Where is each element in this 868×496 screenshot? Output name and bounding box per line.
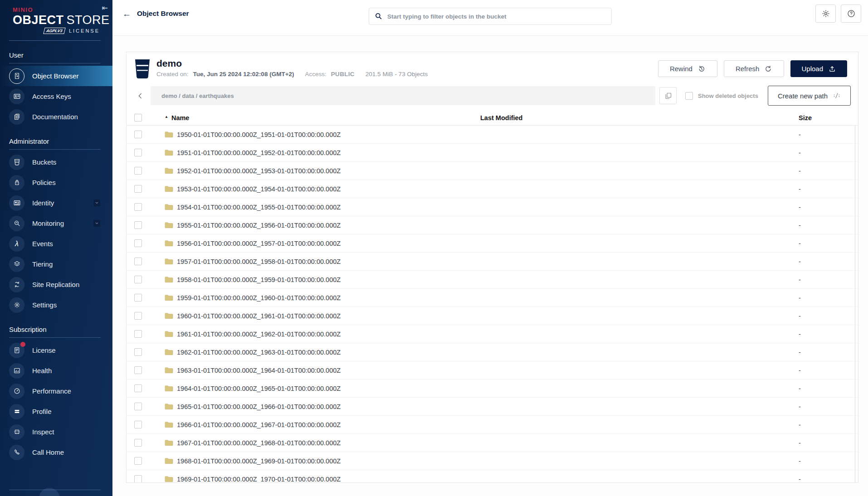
sidebar-item-access-keys[interactable]: Access Keys (0, 86, 112, 107)
row-checkbox[interactable] (134, 421, 142, 428)
object-name-cell: 1968-01-01T00:00:00.000Z_1969-01-01T00:0… (165, 457, 480, 465)
divider (9, 337, 101, 338)
breadcrumb-back-button[interactable] (134, 86, 146, 105)
search-input[interactable] (369, 8, 612, 25)
upload-button[interactable]: Upload (790, 60, 847, 77)
table-row[interactable]: 1966-01-01T00:00:00.000Z_1967-01-01T00:0… (127, 416, 858, 434)
column-header-size[interactable]: Size (799, 114, 847, 122)
rewind-button[interactable]: Rewind (658, 60, 717, 77)
sidebar-item-label: Object Browser (32, 72, 79, 80)
chevron-down-icon[interactable] (93, 220, 100, 227)
buckets-icon (9, 155, 24, 170)
size-cell: - (799, 476, 847, 483)
sidebar-item-site-replication[interactable]: Site Replication (0, 274, 112, 295)
sidebar-item-policies[interactable]: Policies (0, 172, 112, 193)
table-row[interactable]: 1959-01-01T00:00:00.000Z_1960-01-01T00:0… (127, 289, 858, 307)
folder-icon (165, 149, 173, 156)
table-row[interactable]: 1969-01-01T00:00:00.000Z_1970-01-01T00:0… (127, 470, 858, 482)
help-button[interactable] (841, 5, 861, 23)
refresh-button[interactable]: Refresh (724, 60, 785, 77)
table-row[interactable]: 1956-01-01T00:00:00.000Z_1957-01-01T00:0… (127, 234, 858, 253)
table-row[interactable]: 1964-01-01T00:00:00.000Z_1965-01-01T00:0… (127, 379, 858, 398)
row-checkbox[interactable] (134, 221, 142, 229)
sidebar-item-tiering[interactable]: Tiering (0, 254, 112, 274)
row-checkbox[interactable] (134, 403, 142, 410)
show-deleted-checkbox[interactable] (685, 92, 693, 100)
row-checkbox[interactable] (134, 185, 142, 193)
size-cell: - (799, 367, 847, 374)
column-header-last-modified[interactable]: Last Modified (480, 114, 799, 122)
size-cell: - (799, 276, 847, 283)
row-checkbox[interactable] (134, 203, 142, 211)
row-checkbox[interactable] (134, 131, 142, 138)
table-row[interactable]: 1950-01-01T00:00:00.000Z_1951-01-01T00:0… (127, 126, 858, 144)
row-checkbox[interactable] (134, 276, 142, 283)
sidebar-item-events[interactable]: λEvents (0, 233, 112, 254)
table-row[interactable]: 1965-01-01T00:00:00.000Z_1966-01-01T00:0… (127, 398, 858, 416)
row-checkbox[interactable] (134, 384, 142, 392)
collapse-sidebar-icon[interactable]: ⇤ (102, 4, 108, 12)
sidebar-item-object-browser[interactable]: Object Browser (0, 66, 112, 86)
folder-icon (165, 476, 173, 482)
table-row[interactable]: 1962-01-01T00:00:00.000Z_1963-01-01T00:0… (127, 343, 858, 361)
table-row[interactable]: 1958-01-01T00:00:00.000Z_1959-01-01T00:0… (127, 271, 858, 289)
row-checkbox[interactable] (134, 239, 142, 247)
copy-path-button[interactable] (659, 87, 677, 104)
table-row[interactable]: 1952-01-01T00:00:00.000Z_1953-01-01T00:0… (127, 162, 858, 180)
sidebar-item-settings[interactable]: Settings (0, 295, 112, 315)
table-row[interactable]: 1955-01-01T00:00:00.000Z_1956-01-01T00:0… (127, 216, 858, 234)
sidebar-item-health[interactable]: Health (0, 360, 112, 381)
create-new-path-button[interactable]: Create new path (768, 86, 851, 106)
created-label: Created on: (156, 71, 189, 78)
row-checkbox[interactable] (134, 348, 142, 356)
sidebar-item-performance[interactable]: Performance (0, 381, 112, 401)
object-name-cell: 1952-01-01T00:00:00.000Z_1953-01-01T00:0… (165, 167, 480, 175)
settings-button[interactable] (815, 5, 836, 23)
row-checkbox[interactable] (134, 258, 142, 265)
sidebar-item-inspect[interactable]: Inspect (0, 422, 112, 442)
row-checkbox[interactable] (134, 149, 142, 156)
bucket-actions: Rewind Refresh Upload (658, 60, 847, 77)
topbar-buttons (815, 5, 861, 23)
sidebar-item-buckets[interactable]: Buckets (0, 152, 112, 172)
table-row[interactable]: 1954-01-01T00:00:00.000Z_1955-01-01T00:0… (127, 198, 858, 216)
select-all-checkbox[interactable] (134, 114, 142, 122)
table-row[interactable]: 1957-01-01T00:00:00.000Z_1958-01-01T00:0… (127, 253, 858, 271)
row-checkbox[interactable] (134, 475, 142, 482)
row-checkbox[interactable] (134, 330, 142, 338)
chevron-down-icon[interactable] (93, 199, 100, 206)
table-row[interactable]: 1961-01-01T00:00:00.000Z_1962-01-01T00:0… (127, 325, 858, 343)
back-arrow-icon[interactable]: ← (122, 9, 131, 19)
sidebar-item-documentation[interactable]: Documentation (0, 107, 112, 127)
scrollbar[interactable] (855, 126, 855, 482)
row-checkbox[interactable] (134, 457, 142, 465)
sidebar-item-profile[interactable]: Profile (0, 401, 112, 422)
object-browser-icon (9, 68, 24, 84)
row-checkbox[interactable] (134, 167, 142, 175)
table-row[interactable]: 1968-01-01T00:00:00.000Z_1969-01-01T00:0… (127, 452, 858, 470)
row-checkbox[interactable] (134, 366, 142, 374)
folder-icon (165, 258, 173, 265)
size-cell: - (799, 240, 847, 247)
breadcrumb[interactable]: demo / data / earthquakes (151, 86, 655, 105)
folder-icon (165, 421, 173, 428)
table-row[interactable]: 1951-01-01T00:00:00.000Z_1952-01-01T00:0… (127, 144, 858, 162)
table-row[interactable]: 1963-01-01T00:00:00.000Z_1964-01-01T00:0… (127, 361, 858, 379)
table-header: ▲ Name Last Modified Size (127, 110, 858, 126)
row-checkbox[interactable] (134, 312, 142, 320)
column-header-name[interactable]: ▲ Name (165, 114, 480, 122)
sidebar-item-monitoring[interactable]: Monitoring (0, 213, 112, 233)
row-checkbox[interactable] (134, 294, 142, 301)
size-cell: - (799, 222, 847, 229)
sidebar-item-label: Policies (32, 179, 56, 186)
sidebar-item-license[interactable]: License (0, 340, 112, 360)
sidebar-item-identity[interactable]: Identity (0, 193, 112, 213)
table-row[interactable]: 1967-01-01T00:00:00.000Z_1968-01-01T00:0… (127, 434, 858, 452)
table-row[interactable]: 1960-01-01T00:00:00.000Z_1961-01-01T00:0… (127, 307, 858, 325)
row-checkbox[interactable] (134, 439, 142, 447)
table-row[interactable]: 1953-01-01T00:00:00.000Z_1954-01-01T00:0… (127, 180, 858, 198)
sort-asc-icon: ▲ (165, 115, 168, 119)
page-title: Object Browser (137, 10, 189, 18)
sidebar-item-label: Monitoring (32, 219, 64, 227)
sidebar-item-call-home[interactable]: Call Home (0, 442, 112, 462)
